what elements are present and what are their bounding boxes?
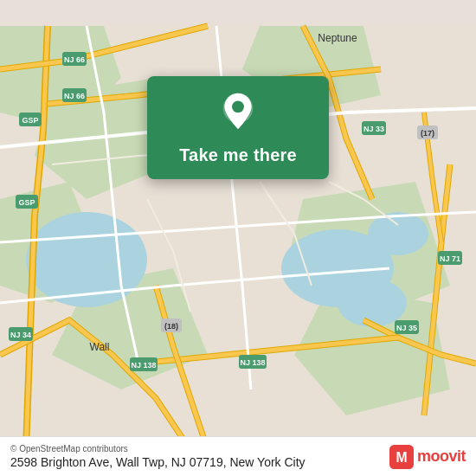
take-me-there-button-label: Take me there: [179, 145, 297, 165]
svg-text:Neptune: Neptune: [318, 32, 357, 44]
svg-text:GSP: GSP: [18, 198, 35, 207]
svg-point-11: [338, 279, 407, 327]
svg-text:NJ 138: NJ 138: [240, 358, 265, 367]
address-text: 2598 Brighton Ave, Wall Twp, NJ 07719, N…: [10, 455, 306, 469]
svg-text:GSP: GSP: [22, 116, 38, 125]
map-container: GSP GSP NJ 66 NJ 66 NJ 33 (17) NJ 71 NJ …: [0, 0, 476, 476]
bottom-left-info: © OpenStreetMap contributors 2598 Bright…: [10, 444, 306, 469]
location-pin-icon: [215, 92, 261, 137]
osm-attribution: © OpenStreetMap contributors: [10, 444, 306, 453]
svg-point-10: [368, 212, 428, 255]
svg-text:NJ 33: NJ 33: [363, 125, 384, 133]
svg-text:NJ 34: NJ 34: [10, 331, 31, 339]
moovit-logo-text: moovit: [417, 447, 466, 466]
svg-text:M: M: [396, 450, 407, 465]
svg-text:NJ 66: NJ 66: [64, 92, 85, 100]
svg-text:NJ 71: NJ 71: [440, 254, 460, 263]
svg-text:NJ 138: NJ 138: [131, 361, 156, 370]
bottom-bar: © OpenStreetMap contributors 2598 Bright…: [0, 436, 476, 476]
moovit-logo: M moovit: [389, 445, 466, 469]
svg-text:(18): (18): [164, 322, 178, 331]
svg-text:Wall: Wall: [90, 341, 110, 353]
svg-text:NJ 66: NJ 66: [64, 55, 85, 64]
svg-text:(17): (17): [421, 129, 434, 138]
take-me-there-card[interactable]: Take me there: [147, 76, 329, 179]
map-background: GSP GSP NJ 66 NJ 66 NJ 33 (17) NJ 71 NJ …: [0, 0, 476, 476]
svg-point-39: [232, 100, 244, 113]
svg-text:NJ 35: NJ 35: [396, 324, 417, 332]
moovit-logo-icon: M: [389, 445, 414, 469]
